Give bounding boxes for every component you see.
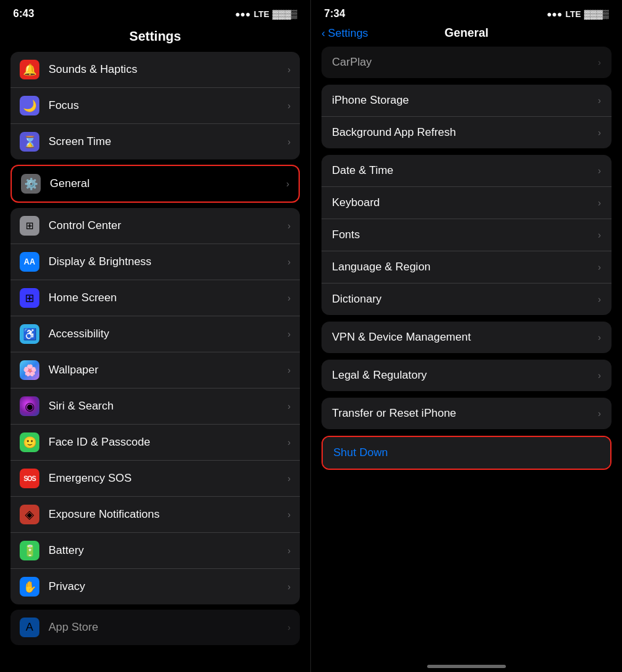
transfer-label: Transfer or Reset iPhone: [332, 407, 598, 420]
dictionary-label: Dictionary: [332, 293, 598, 306]
sidebar-item-emergencysos[interactable]: SOS Emergency SOS ›: [10, 461, 300, 497]
date-time-chevron: ›: [598, 165, 601, 176]
right-row-language-region[interactable]: Language & Region ›: [321, 251, 612, 284]
general-icon: ⚙️: [21, 174, 41, 194]
background-refresh-label: Background App Refresh: [332, 126, 598, 139]
siri-chevron: ›: [287, 401, 291, 411]
sounds-chevron: ›: [287, 64, 291, 75]
back-button[interactable]: ‹ Settings: [321, 27, 368, 40]
exposure-icon: ◈: [20, 505, 39, 524]
vpn-label: VPN & Device Management: [332, 331, 598, 344]
battery-chevron: ›: [287, 545, 291, 556]
right-row-background-refresh[interactable]: Background App Refresh ›: [321, 117, 612, 148]
displaybrightness-label: Display & Brightness: [49, 255, 287, 268]
screentime-label: Screen Time: [49, 135, 287, 148]
right-row-transfer[interactable]: Transfer or Reset iPhone ›: [321, 398, 612, 429]
general-chevron: ›: [286, 178, 289, 189]
sidebar-item-faceid[interactable]: 🙂 Face ID & Passcode ›: [10, 425, 300, 461]
wallpaper-label: Wallpaper: [49, 364, 287, 377]
shutdown-button[interactable]: Shut Down: [323, 437, 610, 469]
fonts-label: Fonts: [332, 228, 598, 242]
sidebar-item-general[interactable]: ⚙️ General ›: [12, 166, 299, 201]
controlcenter-chevron: ›: [287, 220, 291, 231]
left-panel: 6:43 ●●● LTE ▓▓▓▒ Settings 🔔 Sounds & Ha…: [0, 0, 311, 672]
siri-icon: ◉: [20, 396, 39, 416]
keyboard-label: Keyboard: [332, 196, 598, 209]
homescreen-label: Home Screen: [49, 291, 287, 304]
right-row-iphone-storage[interactable]: iPhone Storage ›: [321, 85, 612, 117]
wallpaper-chevron: ›: [287, 365, 291, 375]
appstore-label: App Store: [49, 621, 287, 634]
sidebar-item-privacy[interactable]: ✋ Privacy ›: [10, 569, 300, 604]
right-time: 7:34: [324, 8, 345, 20]
sidebar-item-battery[interactable]: 🔋 Battery ›: [10, 533, 300, 569]
language-region-label: Language & Region: [332, 261, 598, 274]
sidebar-item-appstore[interactable]: A App Store ›: [10, 610, 300, 645]
right-battery-icon: ▓▓▓▒: [584, 9, 609, 19]
legal-label: Legal & Regulatory: [332, 369, 598, 382]
background-refresh-chevron: ›: [598, 127, 601, 138]
sidebar-item-focus[interactable]: 🌙 Focus ›: [10, 88, 300, 124]
faceid-label: Face ID & Passcode: [49, 436, 287, 449]
left-status-bar: 6:43 ●●● LTE ▓▓▓▒: [0, 0, 310, 24]
right-row-carplay[interactable]: CarPlay ›: [321, 47, 612, 78]
focus-label: Focus: [49, 99, 287, 112]
screentime-chevron: ›: [287, 136, 291, 147]
emergencysos-chevron: ›: [287, 473, 291, 484]
wallpaper-icon: 🌸: [20, 360, 39, 380]
sidebar-item-wallpaper[interactable]: 🌸 Wallpaper ›: [10, 352, 300, 388]
right-row-legal[interactable]: Legal & Regulatory ›: [321, 360, 612, 391]
group-legal: Legal & Regulatory ›: [321, 360, 612, 391]
sounds-label: Sounds & Haptics: [49, 63, 287, 76]
battery-label: Battery: [49, 544, 287, 557]
right-signal-icon: ●●●: [547, 9, 562, 19]
privacy-label: Privacy: [49, 580, 287, 593]
faceid-chevron: ›: [287, 437, 291, 448]
home-bar: [427, 665, 506, 668]
focus-chevron: ›: [287, 100, 291, 111]
homescreen-chevron: ›: [287, 293, 291, 303]
left-lte-label: LTE: [254, 9, 270, 19]
language-region-chevron: ›: [598, 262, 601, 272]
battery-icon: 🔋: [20, 541, 39, 560]
right-row-keyboard[interactable]: Keyboard ›: [321, 187, 612, 219]
group-sounds: 🔔 Sounds & Haptics › 🌙 Focus › ⌛ Screen …: [10, 52, 300, 159]
date-time-label: Date & Time: [332, 164, 598, 177]
appstore-chevron: ›: [287, 622, 291, 633]
sidebar-item-screentime[interactable]: ⌛ Screen Time ›: [10, 124, 300, 159]
iphone-storage-label: iPhone Storage: [332, 94, 598, 107]
group-storage: iPhone Storage › Background App Refresh …: [321, 85, 612, 148]
right-row-date-time[interactable]: Date & Time ›: [321, 155, 612, 187]
sidebar-item-sounds[interactable]: 🔔 Sounds & Haptics ›: [10, 52, 300, 88]
sidebar-item-siri[interactable]: ◉ Siri & Search ›: [10, 388, 300, 425]
sidebar-item-homescreen[interactable]: ⊞ Home Screen ›: [10, 280, 300, 316]
back-chevron-icon: ‹: [321, 27, 325, 40]
sidebar-item-exposure[interactable]: ◈ Exposure Notifications ›: [10, 497, 300, 533]
exposure-chevron: ›: [287, 509, 291, 520]
displaybrightness-icon: AA: [20, 252, 39, 272]
group-appstore: A App Store ›: [10, 610, 300, 645]
iphone-storage-chevron: ›: [598, 95, 601, 106]
displaybrightness-chevron: ›: [287, 257, 291, 267]
appstore-icon: A: [20, 618, 39, 637]
exposure-label: Exposure Notifications: [49, 508, 287, 521]
faceid-icon: 🙂: [20, 432, 39, 452]
group-carplay: CarPlay ›: [321, 47, 612, 78]
siri-label: Siri & Search: [49, 400, 287, 413]
right-row-dictionary[interactable]: Dictionary ›: [321, 284, 612, 315]
sidebar-item-accessibility[interactable]: ♿ Accessibility ›: [10, 316, 300, 352]
left-battery-icon: ▓▓▓▒: [272, 9, 297, 19]
sidebar-item-controlcenter[interactable]: ⊞ Control Center ›: [10, 208, 300, 244]
back-label: Settings: [328, 27, 368, 40]
sidebar-item-displaybrightness[interactable]: AA Display & Brightness ›: [10, 244, 300, 280]
homescreen-icon: ⊞: [20, 288, 39, 308]
dictionary-chevron: ›: [598, 294, 601, 304]
left-settings-list: 🔔 Sounds & Haptics › 🌙 Focus › ⌛ Screen …: [0, 52, 310, 672]
right-row-vpn[interactable]: VPN & Device Management ›: [321, 322, 612, 353]
emergencysos-icon: SOS: [20, 469, 39, 488]
group-display: ⊞ Control Center › AA Display & Brightne…: [10, 208, 300, 604]
shutdown-group-selected: Shut Down: [321, 436, 612, 470]
right-row-fonts[interactable]: Fonts ›: [321, 219, 612, 251]
sounds-icon: 🔔: [20, 60, 39, 79]
privacy-chevron: ›: [287, 581, 291, 592]
